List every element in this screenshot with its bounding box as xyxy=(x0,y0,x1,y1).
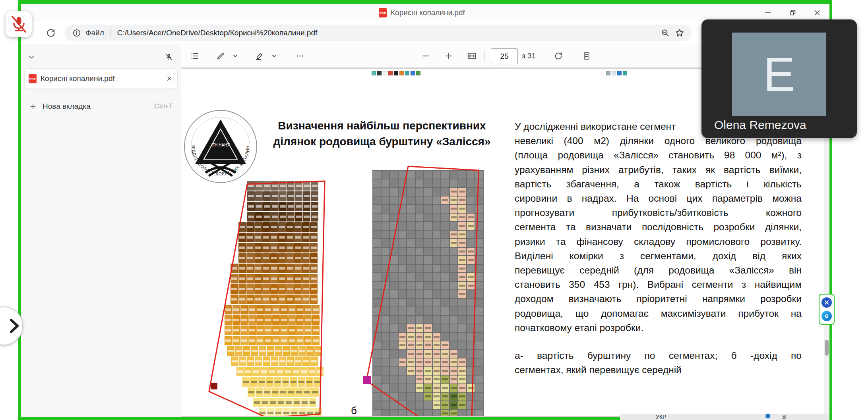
segment-cell xyxy=(294,356,302,366)
side-panel-handle[interactable] xyxy=(0,306,23,345)
minimize-button[interactable] xyxy=(756,4,780,21)
unpin-sidebar-button[interactable] xyxy=(162,50,176,64)
segment-cell xyxy=(262,295,270,304)
document-text-line: початковому етапі розробки. xyxy=(515,321,802,335)
document-text-line: урахуванням різних атрибутів, таких як в… xyxy=(515,163,802,177)
page-view-button[interactable] xyxy=(579,48,594,64)
collapse-tabs-button[interactable] xyxy=(24,50,39,64)
toc-button[interactable] xyxy=(187,48,202,64)
document-text-line: Виділені комірки з сегментами, дохід від… xyxy=(515,249,802,263)
segment-cell xyxy=(475,222,483,230)
ellipsis-icon xyxy=(295,51,305,61)
reload-button[interactable] xyxy=(43,25,58,40)
segment-cell xyxy=(300,367,308,376)
segment-cell xyxy=(286,243,294,252)
draw-tool-menu[interactable] xyxy=(231,48,240,64)
edge-widget-button[interactable]: e xyxy=(822,311,832,321)
segment-cell xyxy=(433,239,441,247)
segment-cell xyxy=(246,284,254,294)
segment-cell xyxy=(441,171,449,179)
segment-cell xyxy=(259,346,266,356)
embedded-toolbar-swatch xyxy=(411,71,415,75)
highlighted-segment-cell xyxy=(441,197,449,204)
segment-cell xyxy=(262,243,270,252)
segment-cell xyxy=(416,239,424,247)
mic-muted-indicator[interactable] xyxy=(6,11,32,37)
segment-cell xyxy=(246,233,254,242)
segment-cell xyxy=(382,197,389,204)
taskbar-app-icon[interactable] xyxy=(765,414,770,418)
participant-video-tile[interactable]: E Olena Remezova xyxy=(701,19,857,138)
segment-cell xyxy=(382,265,389,273)
segment-cell xyxy=(373,350,381,358)
segment-cell xyxy=(416,214,424,222)
more-tools-button[interactable] xyxy=(293,48,308,64)
participant-name: Olena Remezova xyxy=(714,118,806,132)
segment-cell xyxy=(467,290,475,298)
tab-close-icon[interactable] xyxy=(165,75,173,83)
embedded-mini-toolbar-b xyxy=(606,71,627,75)
highlighter-icon xyxy=(255,51,264,61)
embedded-toolbar-swatch xyxy=(394,71,398,75)
draw-tool-button[interactable] xyxy=(213,48,228,64)
new-tab-button[interactable]: Нова вкладка Ctrl+T xyxy=(24,98,178,114)
segment-cell xyxy=(390,197,398,204)
address-url: C:/Users/Acer/OneDrive/Desktop/Корисні%2… xyxy=(117,29,656,37)
keyboard-layout-indicator[interactable]: УКР xyxy=(656,414,666,420)
segment-cell xyxy=(272,305,280,314)
segment-cell xyxy=(256,305,264,314)
highlight-tool-menu[interactable] xyxy=(270,48,279,64)
segment-cell xyxy=(433,222,441,230)
favorite-star-icon[interactable] xyxy=(674,28,685,38)
close-button[interactable] xyxy=(805,4,829,21)
highlighted-segment-cell xyxy=(424,333,432,341)
segment-cell xyxy=(225,326,232,335)
tab-korysni-kopalyny[interactable]: PDF Корисні копалини.pdf xyxy=(24,68,178,89)
rotate-button[interactable] xyxy=(551,48,566,64)
segment-cell xyxy=(258,377,265,387)
fit-width-button[interactable] xyxy=(464,48,479,64)
segment-cell xyxy=(255,356,262,366)
stop-capture-button[interactable] xyxy=(822,297,832,308)
segment-cell xyxy=(467,265,475,273)
segment-cell xyxy=(416,282,424,290)
segment-cell xyxy=(390,214,398,222)
segment-cell xyxy=(382,341,389,349)
segment-cell xyxy=(373,239,381,247)
segment-cell xyxy=(458,299,466,307)
segment-cell xyxy=(280,336,288,345)
highlighted-segment-cell xyxy=(407,358,415,366)
restore-button[interactable] xyxy=(780,4,805,21)
document-text-line: доходом визначають пріоритетні напрямки … xyxy=(515,292,802,306)
zoom-out-button[interactable] xyxy=(418,48,433,64)
zoom-in-button[interactable] xyxy=(441,48,456,64)
segment-cell xyxy=(390,384,398,392)
segment-cell xyxy=(399,171,407,179)
segment-cell xyxy=(278,253,286,263)
segment-cell xyxy=(450,265,458,273)
segment-cell xyxy=(441,248,449,256)
address-bar[interactable]: Файл C:/Users/Acer/OneDrive/Desktop/Кори… xyxy=(65,25,692,41)
info-icon[interactable] xyxy=(72,28,81,38)
segment-cell xyxy=(407,282,415,290)
segment-cell xyxy=(424,256,432,264)
segment-cell xyxy=(382,333,389,341)
page-number-input[interactable] xyxy=(491,48,518,64)
segment-cell xyxy=(399,393,407,401)
highlighted-segment-cell xyxy=(399,358,407,366)
segment-cell xyxy=(450,171,458,179)
zoom-out-search-icon[interactable] xyxy=(660,28,670,38)
segment-cell xyxy=(373,214,381,222)
segment-cell xyxy=(424,239,432,247)
segment-cell xyxy=(238,243,246,252)
highlight-tool-button[interactable] xyxy=(252,48,267,64)
segment-cell xyxy=(259,408,266,416)
segment-cell xyxy=(467,197,475,204)
scrollbar-thumb[interactable] xyxy=(825,340,829,356)
segment-cell xyxy=(399,214,407,222)
segment-cell xyxy=(458,410,466,416)
segment-cell xyxy=(407,171,415,179)
segment-cell xyxy=(407,290,415,298)
segment-cell xyxy=(424,222,432,230)
segment-cell xyxy=(232,326,240,335)
